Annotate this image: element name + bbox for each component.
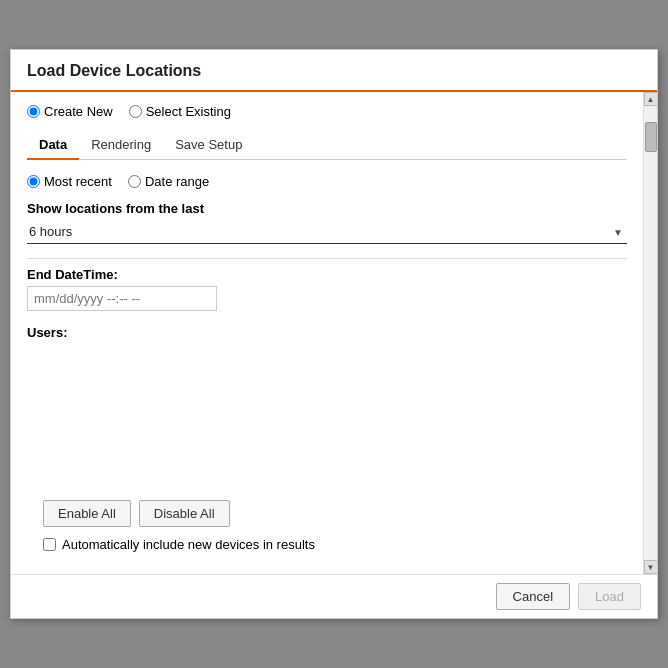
tab-data[interactable]: Data — [27, 131, 79, 160]
dialog-footer-content: Enable All Disable All Automatically inc… — [27, 490, 627, 562]
tab-rendering[interactable]: Rendering — [79, 131, 163, 160]
end-datetime-input[interactable] — [27, 286, 217, 311]
show-locations-section: Show locations from the last 1 hour 2 ho… — [27, 201, 627, 244]
tab-save-setup[interactable]: Save Setup — [163, 131, 254, 160]
auto-include-row: Automatically include new devices in res… — [43, 537, 611, 552]
dialog-body: Create New Select Existing Data Renderin… — [11, 92, 657, 574]
load-button[interactable]: Load — [578, 583, 641, 610]
date-range-label: Date range — [145, 174, 209, 189]
scrollbar-up-arrow[interactable]: ▲ — [644, 92, 658, 106]
enable-all-button[interactable]: Enable All — [43, 500, 131, 527]
most-recent-label: Most recent — [44, 174, 112, 189]
source-radio-group: Create New Select Existing — [27, 104, 627, 119]
select-existing-radio[interactable]: Select Existing — [129, 104, 231, 119]
users-label: Users: — [27, 325, 627, 340]
users-section: Users: — [27, 325, 627, 476]
dialog-footer: Cancel Load — [11, 574, 657, 618]
dialog: Load Device Locations Create New Select … — [10, 49, 658, 619]
hours-dropdown[interactable]: 1 hour 2 hours 4 hours 6 hours 12 hours … — [27, 220, 627, 244]
users-list — [27, 346, 627, 476]
disable-all-button[interactable]: Disable All — [139, 500, 230, 527]
create-new-radio[interactable]: Create New — [27, 104, 113, 119]
hours-dropdown-wrapper: 1 hour 2 hours 4 hours 6 hours 12 hours … — [27, 220, 627, 244]
action-buttons: Enable All Disable All — [43, 500, 611, 527]
most-recent-radio[interactable]: Most recent — [27, 174, 112, 189]
end-datetime-section: End DateTime: — [27, 267, 627, 311]
cancel-button[interactable]: Cancel — [496, 583, 570, 610]
time-radio-group: Most recent Date range — [27, 174, 627, 189]
tabs: Data Rendering Save Setup — [27, 131, 627, 160]
dialog-content: Create New Select Existing Data Renderin… — [11, 92, 643, 574]
scrollbar-track — [645, 106, 657, 560]
scrollbar-down-arrow[interactable]: ▼ — [644, 560, 658, 574]
date-range-radio[interactable]: Date range — [128, 174, 209, 189]
create-new-label: Create New — [44, 104, 113, 119]
scrollbar-thumb[interactable] — [645, 122, 657, 152]
dialog-title: Load Device Locations — [11, 50, 657, 92]
scrollbar: ▲ ▼ — [643, 92, 657, 574]
auto-include-checkbox[interactable] — [43, 538, 56, 551]
divider — [27, 258, 627, 259]
show-locations-label: Show locations from the last — [27, 201, 627, 216]
auto-include-label: Automatically include new devices in res… — [62, 537, 315, 552]
select-existing-label: Select Existing — [146, 104, 231, 119]
end-datetime-label: End DateTime: — [27, 267, 627, 282]
